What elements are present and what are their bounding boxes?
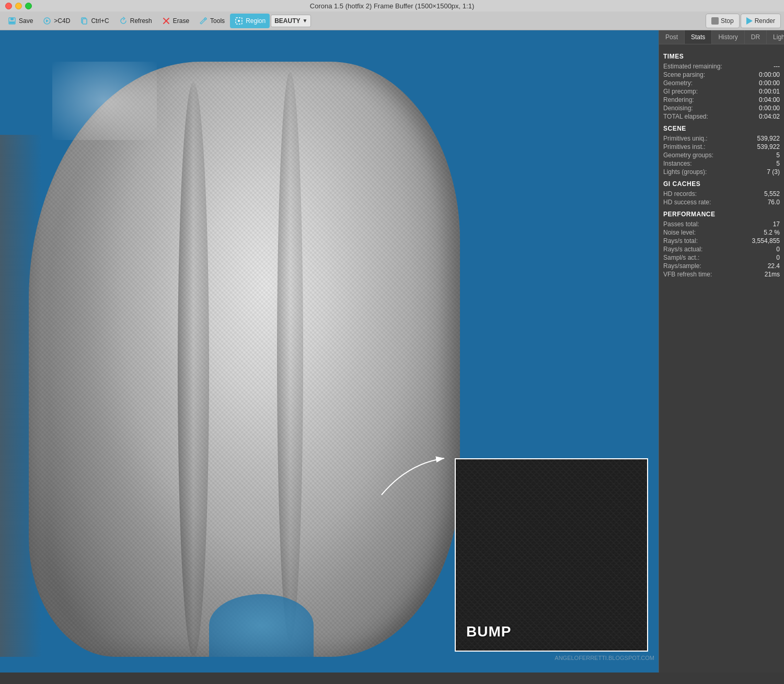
stat-row-passes: Passes total: 17 [663,220,780,228]
maximize-button[interactable] [25,3,32,9]
stat-value: 3,554,855 [752,237,780,245]
tab-lightmix[interactable]: LightMix [767,30,784,44]
stat-row-geometry: Geometry: 0:00:00 [663,79,780,87]
stat-label: Instances: [663,160,692,167]
save-label: Save [19,17,33,25]
ctrlc-icon [79,16,89,26]
stat-label: Denoising: [663,105,693,112]
save-button[interactable]: Save [3,14,37,28]
stat-label: Rendering: [663,96,694,103]
stat-label: GI precomp: [663,88,698,95]
stats-panel: TIMES Estimated remaining: --- Scene par… [659,44,784,673]
stat-label: Geometry: [663,79,693,87]
stat-value: 0:00:01 [759,88,780,95]
render-button[interactable]: Render [741,14,781,28]
cloth-bottom-gap [209,594,314,657]
stat-value: 21ms [765,271,780,278]
c4d-icon [42,16,52,26]
bump-label: BUMP [466,623,511,640]
render-label: Render [755,17,775,25]
highlight-top [52,62,157,140]
refresh-label: Refresh [130,17,152,25]
tools-label: Tools [210,17,225,25]
stat-row-noise: Noise level: 5.2 % [663,228,780,237]
title-bar: Corona 1.5 (hotfix 2) Frame Buffer (1500… [0,0,784,11]
fold-right [277,72,303,641]
ctrlc-label: Ctrl+C [91,17,109,25]
stat-value: 5,552 [764,190,780,198]
stat-value: 5 [776,152,780,159]
fold-center [178,83,209,657]
stat-value: 17 [773,221,780,228]
stat-row-vfb-refresh: VFB refresh time: 21ms [663,270,780,279]
viewport: BUMP ANGELOFERRETTI.BLOGSPOT.COM zones T… [0,30,659,673]
stop-button[interactable]: Stop [706,14,740,28]
erase-button[interactable]: Erase [157,14,193,28]
stat-value: 0 [776,246,780,253]
bump-texture: BUMP [456,459,647,651]
right-panel: Post Stats History DR LightMix TIMES Est… [659,30,784,673]
stat-value: 0 [776,254,780,261]
c4d-button[interactable]: >C4D [38,14,74,28]
tab-stats[interactable]: Stats [685,30,712,44]
stat-value: 539,922 [757,135,780,142]
refresh-button[interactable]: Refresh [114,14,156,28]
stat-row-scene-parsing: Scene parsing: 0:00:00 [663,71,780,79]
dropdown-arrow-icon: ▼ [303,18,308,24]
stat-value: 0:04:02 [759,113,780,120]
stat-row-instances: Instances: 5 [663,159,780,168]
stat-label: Rays/s actual: [663,246,702,253]
stat-row-denoising: Denoising: 0:00:00 [663,104,780,112]
stat-label: Passes total: [663,221,699,228]
stat-value: 0:04:00 [759,96,780,103]
stat-label: Primitives uniq.: [663,135,708,142]
beauty-label: BEAUTY [274,17,300,25]
stat-value: 76.0 [768,199,780,206]
erase-label: Erase [173,17,189,25]
stat-row-hd-records: HD records: 5,552 [663,190,780,198]
beauty-dropdown[interactable]: BEAUTY ▼ [271,15,311,27]
ctrlc-button[interactable]: Ctrl+C [75,14,113,28]
stat-label: Geometry groups: [663,152,713,159]
stat-value: 0:00:00 [759,71,780,78]
minimize-button[interactable] [15,3,22,9]
region-button[interactable]: Region [230,14,270,28]
toolbar: Save >C4D Ctrl+C Refresh [0,11,784,30]
tools-button[interactable]: Tools [194,14,229,28]
stat-row-estimated: Estimated remaining: --- [663,62,780,71]
svg-rect-5 [83,19,87,24]
stat-row-prims-uniq: Primitives uniq.: 539,922 [663,134,780,143]
stat-row-rays-sample: Rays/sample: 22.4 [663,262,780,270]
save-icon [7,16,17,26]
stat-label: Rays/sample: [663,262,701,270]
stat-row-rays-total: Rays/s total: 3,554,855 [663,237,780,245]
render-icon [746,17,753,25]
stat-row-total: TOTAL elapsed: 0:04:02 [663,112,780,121]
bump-noise [456,459,647,651]
close-button[interactable] [5,3,12,9]
fold-shadow-left [0,135,42,657]
scene-section-title: SCENE [663,125,780,132]
region-icon [234,16,244,26]
stat-row-rendering: Rendering: 0:04:00 [663,96,780,104]
stat-value: 5 [776,160,780,167]
stat-value: --- [774,63,780,70]
tab-history[interactable]: History [712,30,744,44]
stat-label: HD success rate: [663,199,711,206]
fabric-texture [29,62,460,657]
tab-post[interactable]: Post [659,30,685,44]
stat-label: Primitives inst.: [663,143,706,150]
stat-label: HD records: [663,190,697,198]
stat-label: Scene parsing: [663,71,705,78]
stop-icon [711,17,719,25]
stat-row-lights: Lights (groups): 7 (3) [663,168,780,176]
svg-rect-1 [10,18,14,20]
stat-label: TOTAL elapsed: [663,113,708,120]
gi-caches-section-title: GI CACHES [663,180,780,188]
stat-row-prims-inst: Primitives inst.: 539,922 [663,143,780,151]
stat-value: 22.4 [768,262,780,270]
tab-dr[interactable]: DR [745,30,767,44]
region-label: Region [246,17,266,25]
tools-icon [199,16,208,26]
stat-label: Sampl/s act.: [663,254,699,261]
